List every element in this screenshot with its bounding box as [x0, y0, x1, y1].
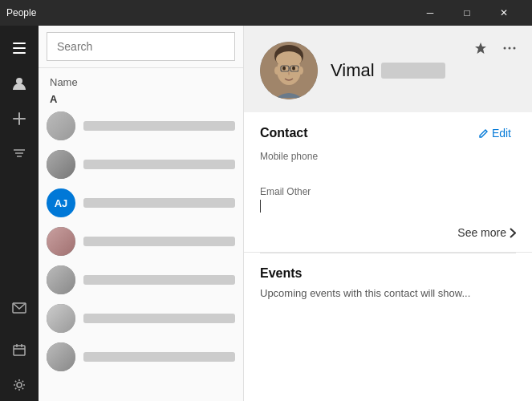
avatar: AJ: [47, 188, 75, 217]
minimize-button[interactable]: ─: [412, 0, 449, 26]
calendar-icon[interactable]: [3, 334, 35, 366]
window-controls: ─ □ ✕: [412, 0, 522, 26]
contact-list-scroll: Name A AJ: [39, 68, 243, 401]
contact-name-blurred: [83, 314, 235, 323]
edit-button[interactable]: Edit: [473, 125, 516, 141]
search-input[interactable]: [47, 32, 235, 61]
email-other-value: [260, 199, 516, 210]
mobile-phone-field: Mobile phone: [260, 151, 516, 175]
email-other-label: Email Other: [260, 186, 516, 197]
list-item[interactable]: [39, 338, 243, 376]
events-section: Events Upcoming events with this contact…: [244, 253, 532, 312]
name-column-header: Name: [39, 71, 243, 90]
email-other-field: Email Other: [260, 186, 516, 210]
list-item[interactable]: [39, 261, 243, 299]
contact-section-title: Contact: [260, 126, 308, 140]
svg-point-3: [16, 78, 22, 84]
profile-first-name: Vimal: [331, 60, 375, 81]
svg-point-26: [504, 47, 506, 50]
profile-header-actions: [468, 35, 522, 61]
contact-name-blurred: [83, 198, 235, 208]
svg-point-14: [17, 383, 22, 387]
title-bar: People ─ □ ✕: [0, 0, 532, 26]
svg-point-24: [274, 67, 279, 75]
text-cursor: [260, 200, 261, 213]
hamburger-menu-icon[interactable]: [3, 32, 35, 64]
svg-point-25: [298, 67, 303, 75]
contact-section: Contact Edit Mobile phone Email Other: [244, 112, 532, 253]
filter-icon[interactable]: [3, 138, 35, 170]
list-item[interactable]: AJ: [39, 184, 243, 222]
see-more-button[interactable]: See more: [457, 226, 516, 239]
contact-section-header: Contact Edit: [260, 125, 516, 141]
list-item[interactable]: [39, 107, 243, 145]
profile-last-name-blurred: [381, 63, 445, 79]
section-header-a: A: [39, 90, 243, 107]
contact-name-blurred: [83, 160, 235, 169]
profile-header: Vimal: [244, 26, 532, 112]
add-contact-icon[interactable]: [3, 103, 35, 135]
avatar: [47, 265, 75, 294]
svg-rect-2: [13, 52, 26, 54]
svg-point-20: [292, 67, 295, 71]
contact-list-panel: Name A AJ: [39, 26, 244, 401]
person-icon[interactable]: [3, 67, 35, 99]
svg-point-19: [282, 67, 286, 71]
edit-label: Edit: [492, 127, 511, 140]
contact-name-blurred: [83, 275, 235, 285]
svg-point-28: [514, 47, 516, 50]
maximize-button[interactable]: □: [449, 0, 485, 26]
search-bar: [39, 26, 243, 68]
svg-rect-5: [13, 118, 26, 119]
mail-icon[interactable]: [3, 292, 35, 324]
avatar: [47, 342, 75, 371]
avatar: [47, 227, 75, 256]
app-title: People: [6, 7, 36, 18]
svg-rect-0: [13, 43, 26, 44]
svg-rect-10: [14, 346, 25, 355]
avatar: [47, 111, 75, 140]
events-title: Events: [260, 266, 516, 281]
list-item[interactable]: [39, 299, 243, 338]
icon-rail: [0, 26, 39, 401]
app-container: Name A AJ: [0, 26, 532, 401]
avatar: [47, 304, 75, 333]
settings-icon[interactable]: [3, 369, 35, 401]
see-more-label: See more: [457, 226, 506, 239]
svg-point-27: [509, 47, 511, 50]
close-button[interactable]: ✕: [485, 0, 522, 26]
mobile-phone-label: Mobile phone: [260, 151, 516, 162]
mobile-phone-value: [260, 164, 516, 175]
events-description: Upcoming events with this contact will s…: [260, 287, 516, 299]
detail-panel: Vimal C: [244, 26, 532, 401]
contact-name-blurred: [83, 121, 235, 131]
pin-button[interactable]: [468, 35, 493, 61]
list-item[interactable]: [39, 222, 243, 261]
more-options-button[interactable]: [497, 35, 522, 61]
svg-rect-1: [13, 47, 26, 49]
avatar: [47, 150, 75, 179]
profile-name-area: Vimal: [331, 60, 445, 81]
profile-avatar: [260, 42, 318, 99]
see-more-row: See more: [260, 221, 516, 239]
contact-name-blurred: [83, 237, 235, 246]
contact-name-blurred: [83, 352, 235, 362]
list-item[interactable]: [39, 145, 243, 184]
